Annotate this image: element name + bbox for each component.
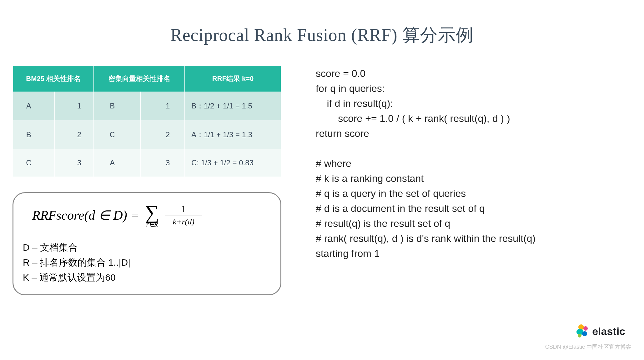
th-rrf: RRF结果 k=0 (185, 66, 281, 92)
cell-dense-rank: 3 (141, 149, 185, 177)
right-column: score = 0.0 for q in queries: if d in re… (316, 66, 631, 295)
table-row: C 3 A 3 C: 1/3 + 1/2 = 0.83 (13, 149, 281, 177)
legend-k: K – 通常默认设置为60 (23, 270, 271, 285)
formula-box: RRFscore(d ∈ D) = ∑ r∈R 1 k+r(d) D – 文档集… (13, 192, 281, 295)
formula-lhs: RRFscore(d ∈ D) = (32, 208, 139, 223)
th-bm25: BM25 相关性排名 (13, 66, 94, 92)
cell-bm25-rank: 3 (55, 149, 94, 177)
cell-dense-doc: C (94, 120, 141, 149)
cell-dense-doc: B (94, 92, 141, 120)
legend-r: R – 排名序数的集合 1..|D| (23, 255, 271, 270)
cell-bm25-doc: A (13, 92, 55, 120)
rrf-table: BM25 相关性排名 密集向量相关性排名 RRF结果 k=0 A 1 B 1 B… (13, 66, 281, 177)
cell-bm25-rank: 2 (55, 120, 94, 149)
pseudocode-block: score = 0.0 for q in queries: if d in re… (316, 66, 631, 261)
content-row: BM25 相关性排名 密集向量相关性排名 RRF结果 k=0 A 1 B 1 B… (0, 47, 644, 295)
credit-text: CSDN @Elastic 中国社区官方博客 (545, 343, 631, 351)
brand-text: elastic (592, 325, 625, 338)
formula-fraction: 1 k+r(d) (165, 203, 202, 227)
table-row: A 1 B 1 B：1/2 + 1/1 = 1.5 (13, 92, 281, 120)
left-column: BM25 相关性排名 密集向量相关性排名 RRF结果 k=0 A 1 B 1 B… (13, 66, 281, 295)
cell-bm25-rank: 1 (55, 92, 94, 120)
elastic-logo: elastic (575, 324, 625, 338)
cell-bm25-doc: C (13, 149, 55, 177)
elastic-mark-icon (575, 324, 589, 338)
cell-dense-doc: A (94, 149, 141, 177)
cell-result: B：1/2 + 1/1 = 1.5 (185, 92, 281, 120)
cell-dense-rank: 1 (141, 92, 185, 120)
cell-result: C: 1/3 + 1/2 = 0.83 (185, 149, 281, 177)
th-dense: 密集向量相关性排名 (94, 66, 185, 92)
cell-dense-rank: 2 (141, 120, 185, 149)
formula-legend: D – 文档集合 R – 排名序数的集合 1..|D| K – 通常默认设置为6… (23, 240, 271, 285)
rrf-formula: RRFscore(d ∈ D) = ∑ r∈R 1 k+r(d) (32, 202, 271, 228)
legend-d: D – 文档集合 (23, 240, 271, 255)
page-title: Reciprocal Rank Fusion (RRF) 算分示例 (0, 23, 644, 47)
cell-result: A：1/1 + 1/3 = 1.3 (185, 120, 281, 149)
sigma-icon: ∑ r∈R (145, 202, 159, 228)
table-row: B 2 C 2 A：1/1 + 1/3 = 1.3 (13, 120, 281, 149)
cell-bm25-doc: B (13, 120, 55, 149)
